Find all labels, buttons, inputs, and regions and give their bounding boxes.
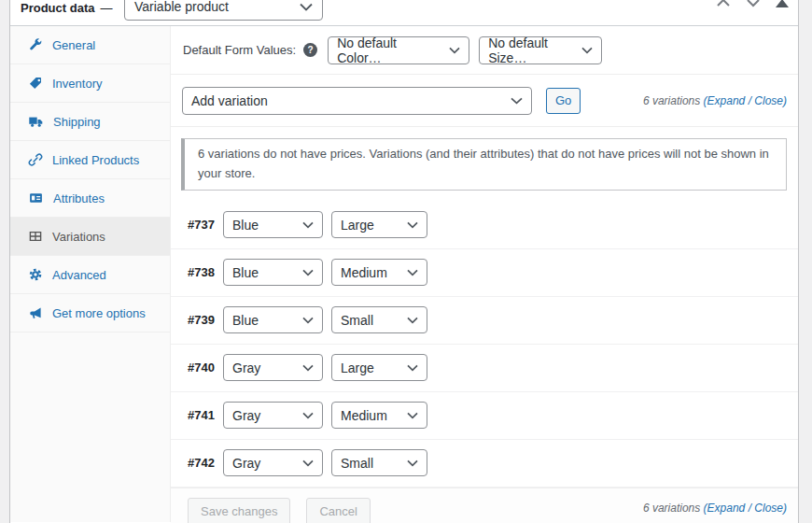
variation-size-value: Small [341,456,373,471]
title-dash: — [100,1,112,15]
tab-general[interactable]: General [10,26,170,64]
chevron-down-icon [511,97,523,105]
variations-summary-top: 6 variations (Expand / Close) [643,94,787,107]
variation-id: #741 [183,408,215,422]
page-title: Product data— [21,1,112,15]
chevron-down-icon [407,269,418,276]
default-color-value: No default Color… [337,35,441,65]
variation-row: #740 Gray Large [171,345,798,392]
variation-size-select[interactable]: Large [331,354,427,381]
product-data-tabs: General Inventory Shipping Linked Produc… [10,26,171,522]
variation-id: #739 [183,313,215,327]
chevron-down-icon [407,412,418,419]
truck-icon [28,114,44,129]
variation-size-select[interactable]: Medium [331,402,427,429]
variation-size-select[interactable]: Large [331,211,427,238]
add-variation-select[interactable]: Add variation [182,87,532,115]
metabox-order-up-icon[interactable] [716,0,731,8]
variation-size-select[interactable]: Small [331,306,427,333]
help-icon[interactable]: ? [303,43,317,57]
close-link[interactable]: Close [754,502,783,515]
variation-color-select[interactable]: Blue [223,306,323,333]
gear-icon [28,267,43,282]
chevron-down-icon [302,459,314,467]
paren-close: ) [783,94,787,107]
product-type-value: Variable product [134,0,229,14]
separator: / [745,502,754,515]
paren-close: ) [783,502,787,515]
variations-toolbar-bottom: Save changes Cancel 6 variations (Expand… [171,488,798,523]
tab-attributes[interactable]: Attributes [10,179,170,218]
variation-row: #742 Gray Small [171,440,798,488]
variation-color-value: Blue [232,218,259,233]
variation-row: #737 Blue Large [171,202,798,249]
variation-size-value: Large [341,218,374,233]
default-form-values-label: Default Form Values: [183,43,296,57]
save-changes-button[interactable]: Save changes [188,498,290,523]
default-size-value: No default Size… [488,35,574,65]
tab-label: Get more options [52,306,146,320]
tab-advanced[interactable]: Advanced [10,256,170,294]
tab-label: Inventory [52,77,102,91]
chevron-down-icon [302,412,314,419]
variation-size-value: Small [341,313,373,328]
variation-size-value: Large [341,360,374,375]
product-data-title: Product data [21,1,94,15]
chevron-down-icon [302,317,314,324]
tab-label: General [52,38,95,52]
variation-id: #742 [183,456,215,470]
variations-toolbar-top: Add variation Go 6 variations (Expand / … [171,75,798,127]
chevron-down-icon [302,269,314,276]
variation-id: #740 [183,360,215,375]
tab-variations[interactable]: Variations [10,218,170,256]
chevron-down-icon [449,47,460,54]
variation-row: #739 Blue Small [171,297,798,345]
cancel-button[interactable]: Cancel [306,498,370,523]
variation-size-select[interactable]: Medium [331,259,427,286]
expand-link[interactable]: Expand [707,94,746,107]
default-size-select[interactable]: No default Size… [479,36,602,64]
tab-label: Linked Products [52,153,139,167]
card-icon [28,191,44,205]
tab-linked-products[interactable]: Linked Products [10,141,170,179]
variation-color-select[interactable]: Blue [223,211,323,238]
variation-color-select[interactable]: Gray [223,402,323,429]
variations-summary-bottom: 6 variations (Expand / Close) [643,502,787,515]
chevron-down-icon [302,364,314,372]
product-type-select[interactable]: Variable product [124,0,323,21]
notice-text: 6 variations do not have prices. Variati… [198,147,769,180]
close-link[interactable]: Close [754,94,783,107]
variation-id: #738 [183,265,215,279]
tab-label: Shipping [53,115,101,129]
tab-get-more-options[interactable]: Get more options [10,294,170,332]
variations-panel: Default Form Values: ? No default Color…… [171,26,798,522]
variation-color-select[interactable]: Gray [223,354,323,381]
variation-size-select[interactable]: Small [331,449,427,476]
variation-color-select[interactable]: Blue [223,259,323,286]
grid-icon [28,229,43,244]
default-form-values-row: Default Form Values: ? No default Color…… [171,26,798,75]
metabox-toggle-icon[interactable] [776,0,789,7]
variation-size-value: Medium [341,265,387,280]
variation-id: #737 [183,218,215,232]
chevron-down-icon [407,364,418,372]
chevron-down-icon [581,47,593,54]
summary-count: 6 variations [643,502,704,515]
tab-shipping[interactable]: Shipping [10,103,170,141]
tab-label: Variations [52,230,105,244]
megaphone-icon [28,305,43,320]
variation-color-select[interactable]: Gray [223,449,323,476]
expand-link[interactable]: Expand [707,502,746,515]
variation-color-value: Gray [232,408,260,423]
tab-inventory[interactable]: Inventory [10,64,170,103]
variation-size-value: Medium [341,408,387,423]
link-icon [28,152,43,167]
variation-row: #738 Blue Medium [171,249,798,297]
go-button[interactable]: Go [546,88,581,114]
variation-color-value: Gray [232,456,260,471]
chevron-down-icon [302,221,314,229]
chevron-down-icon [407,459,418,467]
metabox-order-down-icon[interactable] [746,0,761,8]
variation-row: #741 Gray Medium [171,392,798,440]
default-color-select[interactable]: No default Color… [328,36,469,64]
